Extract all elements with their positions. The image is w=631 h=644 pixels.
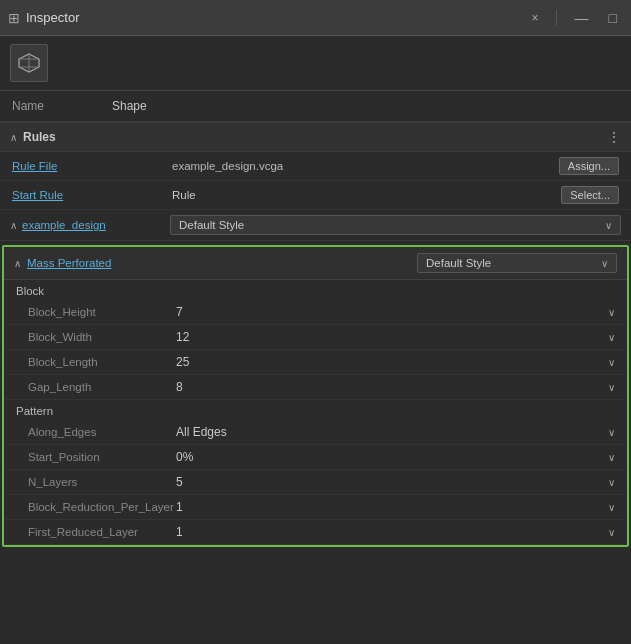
rule-file-label[interactable]: Rule File xyxy=(12,160,172,172)
block-width-chevron[interactable]: ∨ xyxy=(608,332,615,343)
rules-title: Rules xyxy=(23,130,56,144)
n-layers-row: N_Layers 5 ∨ xyxy=(4,470,627,495)
pattern-group-label: Pattern xyxy=(4,400,627,420)
title-bar-controls: × — □ xyxy=(523,8,623,28)
start-position-chevron[interactable]: ∨ xyxy=(608,452,615,463)
block-group-label: Block xyxy=(4,280,627,300)
shape-icon-box xyxy=(10,44,48,82)
title-bar-text: Inspector xyxy=(26,10,523,25)
select-button[interactable]: Select... xyxy=(561,186,619,204)
title-bar: ⊞ Inspector × — □ xyxy=(0,0,631,36)
name-value: Shape xyxy=(112,99,147,113)
block-height-row: Block_Height 7 ∨ xyxy=(4,300,627,325)
start-position-label: Start_Position xyxy=(16,451,176,463)
main-content: Name Shape ∧ Rules ⋮ Rule File example_d… xyxy=(0,91,631,642)
n-layers-chevron[interactable]: ∨ xyxy=(608,477,615,488)
rule-file-row: Rule File example_design.vcga Assign... xyxy=(0,152,631,181)
name-row: Name Shape xyxy=(0,91,631,122)
icon-area xyxy=(0,36,631,91)
rules-section-header[interactable]: ∧ Rules ⋮ xyxy=(0,122,631,152)
block-reduction-value: 1 xyxy=(176,500,608,514)
gap-length-value: 8 xyxy=(176,380,608,394)
block-reduction-row: Block_Reduction_Per_Layer 1 ∨ xyxy=(4,495,627,520)
assign-button[interactable]: Assign... xyxy=(559,157,619,175)
gap-length-chevron[interactable]: ∨ xyxy=(608,382,615,393)
start-position-value: 0% xyxy=(176,450,608,464)
start-rule-label[interactable]: Start Rule xyxy=(12,189,172,201)
along-edges-value-container: All Edges ∨ xyxy=(176,425,615,439)
gap-length-row: Gap_Length 8 ∨ xyxy=(4,375,627,400)
rule-file-value: example_design.vcga xyxy=(172,160,555,172)
first-reduced-layer-chevron[interactable]: ∨ xyxy=(608,527,615,538)
first-reduced-layer-label: First_Reduced_Layer xyxy=(16,526,176,538)
block-height-chevron[interactable]: ∨ xyxy=(608,307,615,318)
block-height-value-container: 7 ∨ xyxy=(176,305,615,319)
mass-perforated-style-value: Default Style xyxy=(426,257,601,269)
start-rule-value: Rule xyxy=(172,189,557,201)
example-design-arrow: ∧ xyxy=(10,220,17,231)
mass-perforated-section: ∧ Mass Perforated Default Style ∨ Block … xyxy=(2,245,629,547)
mass-perforated-dropdown[interactable]: Default Style ∨ xyxy=(417,253,617,273)
along-edges-row: Along_Edges All Edges ∨ xyxy=(4,420,627,445)
start-position-row: Start_Position 0% ∨ xyxy=(4,445,627,470)
minimize-button[interactable]: — xyxy=(569,8,595,28)
block-height-label: Block_Height xyxy=(16,306,176,318)
example-design-row: ∧ example_design Default Style ∨ xyxy=(0,210,631,241)
block-width-row: Block_Width 12 ∨ xyxy=(4,325,627,350)
start-rule-row: Start Rule Rule Select... xyxy=(0,181,631,210)
along-edges-value: All Edges xyxy=(176,425,608,439)
mass-perforated-header[interactable]: ∧ Mass Perforated Default Style ∨ xyxy=(4,247,627,280)
example-design-style-value: Default Style xyxy=(179,219,605,231)
gap-length-label: Gap_Length xyxy=(16,381,176,393)
block-length-chevron[interactable]: ∨ xyxy=(608,357,615,368)
mass-perforated-chevron: ∨ xyxy=(601,258,608,269)
example-design-dropdown[interactable]: Default Style ∨ xyxy=(170,215,621,235)
n-layers-value: 5 xyxy=(176,475,608,489)
inspector-icon: ⊞ xyxy=(8,10,20,26)
block-length-value-container: 25 ∨ xyxy=(176,355,615,369)
block-width-label: Block_Width xyxy=(16,331,176,343)
example-design-label[interactable]: example_design xyxy=(22,219,182,231)
rules-arrow: ∧ xyxy=(10,132,17,143)
n-layers-value-container: 5 ∨ xyxy=(176,475,615,489)
close-tab-button[interactable]: × xyxy=(527,9,544,27)
mass-perforated-arrow: ∧ xyxy=(14,258,21,269)
n-layers-label: N_Layers xyxy=(16,476,176,488)
block-length-value: 25 xyxy=(176,355,608,369)
block-reduction-value-container: 1 ∨ xyxy=(176,500,615,514)
block-reduction-chevron[interactable]: ∨ xyxy=(608,502,615,513)
first-reduced-layer-row: First_Reduced_Layer 1 ∨ xyxy=(4,520,627,545)
example-design-chevron: ∨ xyxy=(605,220,612,231)
name-label: Name xyxy=(12,99,112,113)
block-reduction-label: Block_Reduction_Per_Layer xyxy=(16,501,176,513)
rules-more-icon[interactable]: ⋮ xyxy=(607,129,621,145)
first-reduced-layer-value: 1 xyxy=(176,525,608,539)
first-reduced-layer-value-container: 1 ∨ xyxy=(176,525,615,539)
start-position-value-container: 0% ∨ xyxy=(176,450,615,464)
block-width-value: 12 xyxy=(176,330,608,344)
along-edges-label: Along_Edges xyxy=(16,426,176,438)
block-length-label: Block_Length xyxy=(16,356,176,368)
block-width-value-container: 12 ∨ xyxy=(176,330,615,344)
block-height-value: 7 xyxy=(176,305,608,319)
maximize-button[interactable]: □ xyxy=(603,8,623,28)
along-edges-chevron[interactable]: ∨ xyxy=(608,427,615,438)
gap-length-value-container: 8 ∨ xyxy=(176,380,615,394)
block-length-row: Block_Length 25 ∨ xyxy=(4,350,627,375)
shape-3d-icon xyxy=(17,51,41,75)
mass-perforated-label[interactable]: Mass Perforated xyxy=(27,257,111,269)
